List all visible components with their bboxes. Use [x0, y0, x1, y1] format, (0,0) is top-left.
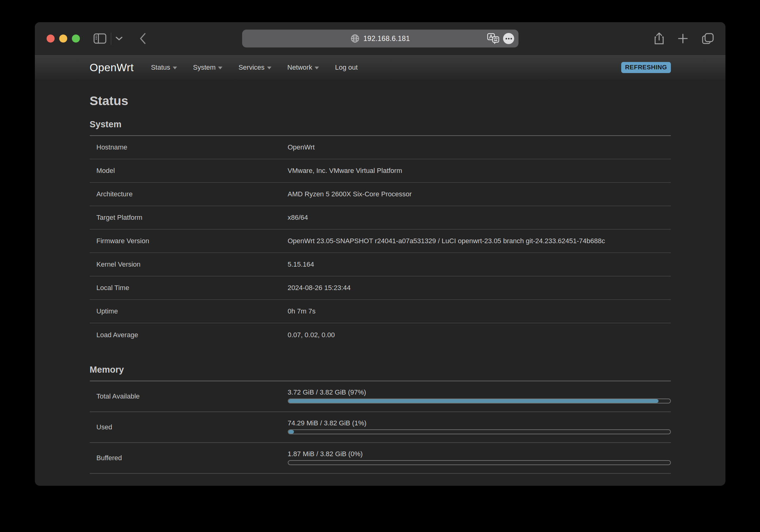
back-button[interactable] [140, 33, 146, 44]
chevron-down-icon [314, 66, 319, 69]
refreshing-badge[interactable]: REFRESHING [621, 62, 671, 73]
zoom-window-button[interactable] [72, 34, 80, 43]
chevron-down-icon [116, 36, 122, 41]
table-row: Hostname OpenWrt [90, 136, 671, 159]
table-row: Firmware Version OpenWrt 23.05-SNAPSHOT … [90, 230, 671, 253]
progress-fill [288, 430, 294, 434]
table-row: Model VMware, Inc. VMware Virtual Platfo… [90, 159, 671, 183]
browser-toolbar: 192.168.6.181 [35, 22, 726, 55]
tab-overview-button[interactable] [701, 32, 714, 45]
url-text: 192.168.6.181 [363, 34, 410, 43]
translate-icon[interactable] [487, 33, 499, 44]
address-bar[interactable]: 192.168.6.181 [242, 29, 518, 47]
luci-header: OpenWrt Status System Services Network [35, 55, 726, 80]
table-row: Local Time 2024-08-26 15:23:44 [90, 277, 671, 300]
nav-services[interactable]: Services [238, 64, 271, 71]
main-nav: Status System Services Network Log out [151, 64, 373, 71]
table-row: Load Average 0.07, 0.02, 0.00 [90, 323, 671, 347]
globe-icon [351, 34, 359, 43]
memory-section-heading: Memory [90, 365, 671, 375]
chevron-down-icon [267, 66, 271, 69]
progress-fill [288, 399, 659, 403]
system-table: Hostname OpenWrt Model VMware, Inc. VMwa… [90, 136, 671, 347]
memory-table: Total Available 3.72 GiB / 3.82 GiB (97%… [90, 381, 671, 474]
toolbar-divider [111, 32, 111, 45]
sidebar-toggle-button[interactable] [93, 33, 106, 44]
memory-value: 1.87 MiB / 3.82 GiB (0%) [288, 450, 671, 458]
table-row: Uptime 0h 7m 7s [90, 300, 671, 323]
chevron-down-icon [173, 66, 177, 69]
plus-icon [677, 33, 689, 44]
progress-bar [288, 399, 671, 404]
sidebar-icon [93, 33, 106, 44]
table-row: Target Platform x86/64 [90, 206, 671, 230]
new-tab-button[interactable] [677, 33, 689, 44]
progress-bar [288, 429, 671, 434]
browser-window: 192.168.6.181 [35, 22, 726, 486]
close-window-button[interactable] [47, 34, 55, 43]
progress-bar [288, 460, 671, 465]
share-icon [654, 32, 664, 45]
nav-network[interactable]: Network [287, 64, 319, 71]
share-button[interactable] [654, 32, 664, 45]
table-row: Used 74.29 MiB / 3.82 GiB (1%) [90, 412, 671, 443]
memory-value: 3.72 GiB / 3.82 GiB (97%) [288, 388, 671, 396]
table-row: Buffered 1.87 MiB / 3.82 GiB (0%) [90, 443, 671, 474]
chevron-down-icon [218, 66, 222, 69]
system-section-heading: System [90, 119, 671, 129]
nav-system[interactable]: System [193, 64, 222, 71]
page-settings-button[interactable] [503, 33, 514, 44]
table-row: Kernel Version 5.15.164 [90, 253, 671, 277]
table-row: Total Available 3.72 GiB / 3.82 GiB (97%… [90, 381, 671, 412]
page-title: Status [90, 94, 671, 108]
openwrt-logo[interactable]: OpenWrt [90, 61, 134, 74]
minimize-window-button[interactable] [59, 34, 67, 43]
table-row: Architecture AMD Ryzen 5 2600X Six-Core … [90, 183, 671, 206]
memory-value: 74.29 MiB / 3.82 GiB (1%) [288, 419, 671, 427]
nav-logout[interactable]: Log out [335, 64, 357, 71]
traffic-lights [47, 34, 80, 43]
nav-status[interactable]: Status [151, 64, 177, 71]
tab-overview-icon [701, 32, 714, 45]
tab-group-chooser-button[interactable] [116, 36, 122, 41]
back-chevron-icon [140, 33, 146, 44]
